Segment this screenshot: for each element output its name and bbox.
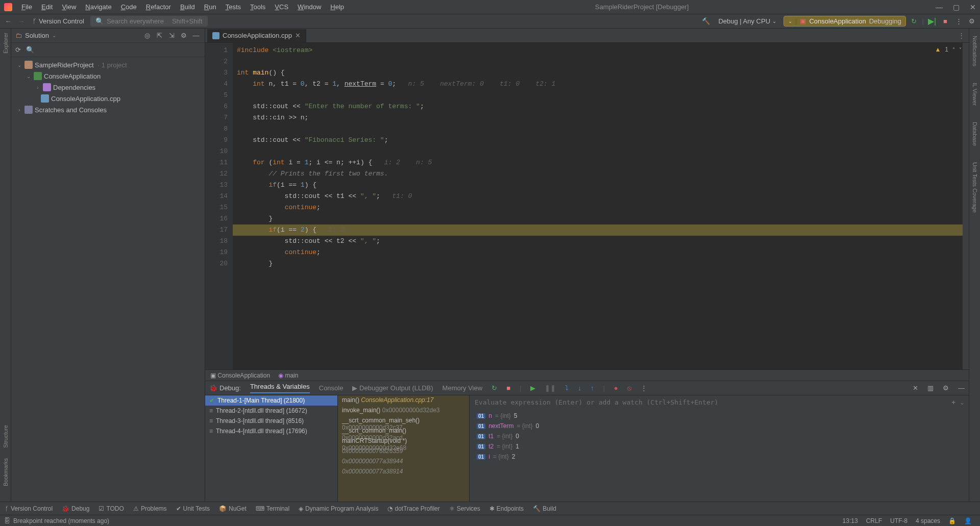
layout-icon[interactable]: ▥ <box>927 384 934 392</box>
stop-icon[interactable]: ■ <box>506 384 510 392</box>
chevron-down-icon[interactable]: ⌄ <box>52 33 56 38</box>
code-area[interactable]: #include <iostream> int main() { int n, … <box>233 43 963 369</box>
frame-row[interactable]: 0x0000000077a38914 <box>338 467 469 477</box>
gear-icon[interactable]: ⚙ <box>943 384 949 392</box>
breadcrumb[interactable]: ▣ ConsoleApplication <box>210 372 270 379</box>
menu-navigate[interactable]: Navigate <box>81 1 115 13</box>
menu-vcs[interactable]: VCS <box>271 1 292 13</box>
gear-icon[interactable]: ⚙ <box>179 31 188 40</box>
toolwin-nuget[interactable]: 📦NuGet <box>219 505 247 512</box>
target-icon[interactable]: ◎ <box>142 31 152 40</box>
rerun-icon[interactable]: ↻ <box>909 16 919 27</box>
minimize-panel-icon[interactable]: — <box>958 384 965 392</box>
tree-project[interactable]: ⌄ ConsoleApplication <box>11 70 205 82</box>
variable-row[interactable]: 01n = {int} 5 <box>470 411 969 421</box>
more-icon[interactable]: ⋮ <box>641 384 647 392</box>
frame-row[interactable]: 0x0000000077a38944 <box>338 457 469 467</box>
more-icon[interactable]: ⋮ <box>953 16 964 27</box>
toolwin-unit-tests[interactable]: ✔Unit Tests <box>176 505 210 512</box>
sync-icon[interactable]: ⟳ <box>15 46 21 54</box>
tab-threads-vars[interactable]: Threads & Variables <box>250 383 310 393</box>
menu-file[interactable]: File <box>17 1 36 13</box>
toolwin-debug[interactable]: 🐞Debug <box>62 505 89 512</box>
toolwin-problems[interactable]: ⚠Problems <box>133 505 167 512</box>
nav-forward-icon[interactable]: → <box>16 16 27 27</box>
menu-build[interactable]: Build <box>176 1 199 13</box>
menu-tools[interactable]: Tools <box>246 1 270 13</box>
resume-icon[interactable]: ▶| <box>927 16 937 27</box>
toolwin-endpoints[interactable]: ✱Endpoints <box>489 505 524 512</box>
menu-window[interactable]: Window <box>293 1 325 13</box>
stop-icon[interactable]: ■ <box>940 16 950 27</box>
tab-debugger-output[interactable]: ▶ Debugger Output (LLDB) <box>352 384 433 392</box>
toolwin-dynamic-program-analysis[interactable]: ◈Dynamic Program Analysis <box>299 505 378 512</box>
coverage-tool-button[interactable]: Unit Tests Coverage <box>972 159 978 216</box>
tab-memory-view[interactable]: Memory View <box>443 384 483 392</box>
tree-source-file[interactable]: ConsoleApplication.cpp <box>11 93 205 104</box>
search-icon[interactable]: 🔍 <box>26 46 34 54</box>
variable-row[interactable]: 01i = {int} 2 <box>470 452 969 462</box>
toolwin-terminal[interactable]: ⌨Terminal <box>256 505 289 512</box>
run-context-box[interactable]: ⌄ | ▣ ConsoleApplication Debugging <box>783 16 906 27</box>
resume-icon[interactable]: ▶ <box>530 384 535 392</box>
toolwin-dottrace-profiler[interactable]: ◔dotTrace Profiler <box>387 505 439 512</box>
readonly-icon[interactable]: 🔒 <box>944 517 960 524</box>
file-encoding[interactable]: UTF-8 <box>886 517 912 524</box>
menu-refactor[interactable]: Refactor <box>142 1 175 13</box>
nav-back-icon[interactable]: ← <box>3 16 13 27</box>
line-separator[interactable]: CRLF <box>862 517 886 524</box>
thread-row[interactable]: ≡Thread-3-[ntdll.dll thread] (8516) <box>205 416 337 426</box>
frame-row[interactable]: invoke_main() 0x000000000d32de3 <box>338 406 469 416</box>
frame-row[interactable]: mainCRTStartup(void *) 0x00000000000d32e… <box>338 436 469 446</box>
variable-row[interactable]: 01t1 = {int} 0 <box>470 431 969 441</box>
frame-row[interactable]: main() ConsoleApplication.cpp:17 <box>338 395 469 406</box>
line-gutter[interactable]: 1234567891011121314151617➔181920 <box>205 43 233 369</box>
tree-root[interactable]: ⌄ SampleRiderProject · 1 project <box>11 59 205 70</box>
database-tool-button[interactable]: Database <box>972 119 978 149</box>
step-out-icon[interactable]: ↑ <box>591 384 594 392</box>
bookmarks-tool-button[interactable]: Bookmarks <box>3 458 9 486</box>
close-window-icon[interactable]: ✕ <box>970 3 976 11</box>
menu-run[interactable]: Run <box>200 1 220 13</box>
toolwin-version-control[interactable]: ᚶVersion Control <box>5 505 53 512</box>
explorer-tool-button[interactable]: Explorer <box>3 33 9 54</box>
error-stripe[interactable] <box>963 43 969 369</box>
settings-icon[interactable]: ⚙ <box>967 16 977 27</box>
version-control-widget[interactable]: ᚶ Version Control <box>30 16 87 26</box>
inspections-icon[interactable]: 👤 <box>960 517 976 524</box>
inspection-widget[interactable]: ▲ 1 ˄ ˅ <box>935 46 962 53</box>
expand-all-icon[interactable]: ⇲ <box>167 31 176 40</box>
menu-code[interactable]: Code <box>117 1 141 13</box>
chevron-down-icon[interactable]: ⌄ <box>961 399 964 405</box>
toolwin-services[interactable]: ⚛Services <box>449 505 480 512</box>
editor-body[interactable]: 1234567891011121314151617➔181920 #includ… <box>205 43 969 369</box>
variable-row[interactable]: 01nextTerm = {int} 0 <box>470 421 969 431</box>
pause-icon[interactable]: ❚❚ <box>545 384 556 392</box>
editor-tab[interactable]: ConsoleApplication.cpp ✕ <box>207 29 306 42</box>
close-icon[interactable]: ✕ <box>295 32 301 39</box>
close-panel-icon[interactable]: ✕ <box>913 384 918 392</box>
tree-scratches[interactable]: › Scratches and Consoles <box>11 104 205 115</box>
toolwin-build[interactable]: 🔨Build <box>533 505 556 512</box>
maximize-window-icon[interactable]: ▢ <box>953 3 960 11</box>
rerun-icon[interactable]: ↻ <box>492 384 497 392</box>
menu-help[interactable]: Help <box>326 1 348 13</box>
chevron-up-icon[interactable]: ˄ <box>952 47 955 53</box>
menu-tests[interactable]: Tests <box>222 1 245 13</box>
structure-tool-button[interactable]: Structure <box>3 425 9 448</box>
mute-breakpoints-icon[interactable]: ⦸ <box>627 384 631 392</box>
tab-console[interactable]: Console <box>319 384 344 392</box>
collapse-all-icon[interactable]: ⇱ <box>155 31 164 40</box>
search-everywhere[interactable]: 🔍 Search everywhere Shift+Shift <box>90 16 208 27</box>
breadcrumb[interactable]: ◉ main <box>278 372 298 379</box>
variable-row[interactable]: 01t2 = {int} 1 <box>470 441 969 452</box>
thread-row[interactable]: ≡Thread-4-[ntdll.dll thread] (17696) <box>205 426 337 436</box>
il-viewer-tool-button[interactable]: IL Viewer <box>972 80 978 109</box>
minimize-panel-icon[interactable]: — <box>191 31 201 40</box>
menu-view[interactable]: View <box>58 1 80 13</box>
frame-row[interactable]: __scrt_common_main_seh() 0x0000000000d32… <box>338 416 469 426</box>
thread-row[interactable]: ≡Thread-2-[ntdll.dll thread] (16672) <box>205 406 337 416</box>
toolwin-todo[interactable]: ☑TODO <box>99 505 124 512</box>
run-config-selector[interactable]: Debug | Any CPU ⌄ <box>714 16 780 26</box>
add-watch-icon[interactable]: + <box>951 398 955 406</box>
